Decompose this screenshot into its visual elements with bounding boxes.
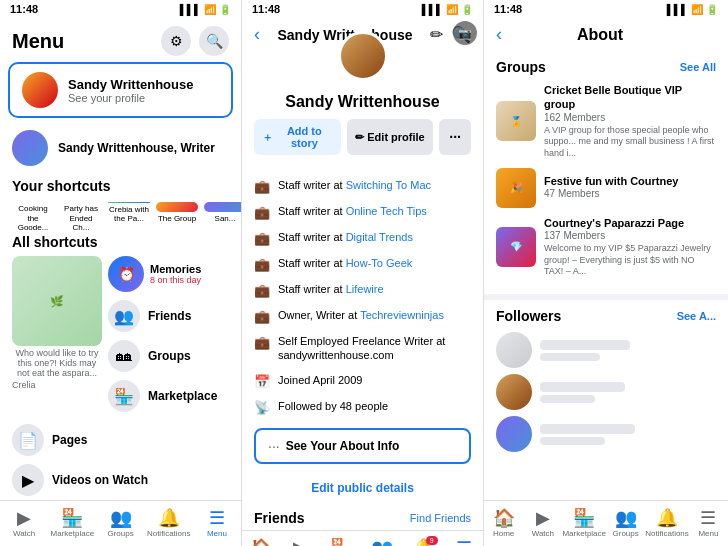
signal-icon-2: ▌▌▌: [422, 4, 443, 15]
group-desc-1: A VIP group for those special people who…: [544, 125, 716, 160]
shortcuts-grid: Cooking the Goode... Party has Ended Ch.…: [0, 196, 241, 230]
pages-row[interactable]: 📄 Pages: [0, 420, 241, 460]
nav-groups-2[interactable]: 👥 Groups: [363, 535, 401, 546]
info-text-2: Staff writer at Online Tech Tips: [278, 204, 427, 218]
menu-nav-icon: ☰: [209, 509, 225, 527]
pages-label: Pages: [52, 433, 87, 447]
followers-title: Followers: [496, 308, 561, 324]
bottom-nav-3: 🏠 Home ▶ Watch 🏪 Marketplace 👥 Groups 🔔 …: [484, 500, 728, 546]
follower-item-1[interactable]: [496, 332, 716, 368]
profile-card[interactable]: Sandy Writtenhouse See your profile: [8, 62, 233, 118]
friends-label: Friends: [148, 309, 191, 323]
nav-marketplace-3[interactable]: 🏪 Marketplace: [562, 505, 606, 542]
group-item-2[interactable]: 🎉 Festive fun with Courtney 47 Members: [496, 168, 716, 208]
nav-home-3[interactable]: 🏠 Home: [484, 505, 523, 542]
groups-see-all[interactable]: See All: [680, 61, 716, 73]
videos-row[interactable]: ▶ Videos on Watch: [0, 460, 241, 500]
avatar: [22, 72, 58, 108]
marketplace-icon-2: 🏪: [330, 539, 352, 546]
shortcut-item[interactable]: Party has Ended Ch...: [60, 202, 102, 224]
follower-avatar-1: [496, 332, 532, 368]
friends-title: Friends: [254, 510, 305, 526]
status-time-2: 11:48: [252, 3, 280, 15]
wifi-icon-3: 📶: [691, 4, 703, 15]
search-icon[interactable]: 🔍: [199, 26, 229, 56]
followers-see-all[interactable]: See A...: [677, 310, 716, 322]
follower-info-3: [540, 424, 635, 445]
nav-notifications-3[interactable]: 🔔 Notifications: [645, 505, 689, 542]
groups-icon: 🏘: [108, 340, 140, 372]
groups-section-title: Groups: [496, 59, 546, 75]
shortcut-item[interactable]: The Group: [156, 202, 198, 224]
dots-icon: ···: [268, 438, 280, 454]
follower-item-3[interactable]: [496, 416, 716, 452]
watch-label-3: Watch: [532, 529, 554, 538]
info-item-3: 💼 Staff writer at Digital Trends: [254, 227, 471, 249]
memories-row[interactable]: ⏰ Memories 8 on this day: [108, 256, 229, 292]
watch-icon: ▶: [17, 509, 31, 527]
about-title: About: [510, 26, 690, 44]
nav-menu-3[interactable]: ☰ Menu: [689, 505, 728, 542]
marketplace-row[interactable]: 🏪 Marketplace: [108, 376, 229, 416]
info-item-8: 📅 Joined April 2009: [254, 370, 471, 392]
status-bar-3: 11:48 ▌▌▌ 📶 🔋: [484, 0, 728, 18]
memories-label: Memories: [150, 263, 201, 275]
edit-profile-button[interactable]: ✏ Edit profile: [347, 119, 434, 155]
nav-watch-3[interactable]: ▶ Watch: [523, 505, 562, 542]
big-img-label: Who would like to try this one?! Kids ma…: [12, 346, 102, 380]
info-text-5: Staff writer at Lifewire: [278, 282, 384, 296]
pages-icon: 📄: [12, 424, 44, 456]
status-icons-2: ▌▌▌ 📶 🔋: [422, 4, 473, 15]
nav-groups-3[interactable]: 👥 Groups: [606, 505, 645, 542]
more-options-button[interactable]: ···: [439, 119, 471, 155]
nav-groups[interactable]: 👥 Groups: [96, 505, 144, 542]
profile-sub: See your profile: [68, 92, 193, 104]
follower-info-2: [540, 382, 625, 403]
about-header: ‹ About: [484, 18, 728, 51]
back-button-3[interactable]: ‹: [496, 24, 502, 45]
videos-icon: ▶: [12, 464, 44, 496]
settings-icon[interactable]: ⚙: [161, 26, 191, 56]
wifi-icon: 📶: [204, 4, 216, 15]
shortcuts-title: Your shortcuts: [0, 172, 241, 196]
work-icon-3: 💼: [254, 231, 270, 246]
nav-menu[interactable]: ☰ Menu: [193, 505, 241, 542]
wifi-icon-2: 📶: [446, 4, 458, 15]
right-column: ⏰ Memories 8 on this day 👥 Friends 🏘 Gro…: [108, 256, 229, 416]
shortcut-item[interactable]: San...: [204, 202, 241, 224]
friends-row[interactable]: 👥 Friends: [108, 296, 229, 336]
nav-watch-2[interactable]: ▶ Watch: [280, 535, 318, 546]
group-members-3: 137 Members: [544, 230, 716, 241]
follower-item-2[interactable]: [496, 374, 716, 410]
writer-row[interactable]: Sandy Writtenhouse, Writer: [0, 124, 241, 172]
plus-icon: ＋: [262, 130, 273, 145]
marketplace-icon-3: 🏪: [573, 509, 595, 527]
nav-menu-2[interactable]: ☰ Menu: [445, 535, 483, 546]
shortcut-item[interactable]: Cooking the Goode...: [12, 202, 54, 224]
group-item-1[interactable]: 🏅 Cricket Belle Boutique VIP group 162 M…: [496, 83, 716, 160]
group-name-1: Cricket Belle Boutique VIP group: [544, 83, 716, 112]
nav-notifications-2[interactable]: 🔔 9 Notifications: [401, 535, 445, 546]
menu-header-icons: ⚙ 🔍: [161, 26, 229, 56]
find-friends-link[interactable]: Find Friends: [410, 512, 471, 524]
shortcut-item[interactable]: Crebia with the Pa...: [108, 202, 150, 224]
camera-button[interactable]: 📷: [453, 21, 477, 45]
groups-row[interactable]: 🏘 Groups: [108, 336, 229, 376]
menu-icon-2: ☰: [456, 539, 472, 546]
writer-name: Sandy Writtenhouse, Writer: [58, 141, 215, 155]
groups-nav-label: Groups: [107, 529, 133, 538]
nav-watch[interactable]: ▶ Watch: [0, 505, 48, 542]
big-img-credit: Crelia: [12, 380, 102, 390]
nav-marketplace-2[interactable]: 🏪 Marketplace: [319, 535, 363, 546]
info-item-1: 💼 Staff writer at Switching To Mac: [254, 175, 471, 197]
add-to-story-button[interactable]: ＋ Add to story: [254, 119, 341, 155]
info-item-7: 💼 Self Employed Freelance Writer at sand…: [254, 331, 471, 366]
nav-home-2[interactable]: 🏠 Home: [242, 535, 280, 546]
nav-notifications[interactable]: 🔔 Notifications: [145, 505, 193, 542]
profile-avatar-large: [338, 31, 388, 81]
group-item-3[interactable]: 💎 Courtney's Paparazzi Page 137 Members …: [496, 216, 716, 278]
see-about-row[interactable]: ··· See Your About Info: [254, 428, 471, 464]
edit-public-button[interactable]: Edit public details: [311, 481, 414, 495]
group-img-1: 🏅: [496, 101, 536, 141]
nav-marketplace[interactable]: 🏪 Marketplace: [48, 505, 96, 542]
